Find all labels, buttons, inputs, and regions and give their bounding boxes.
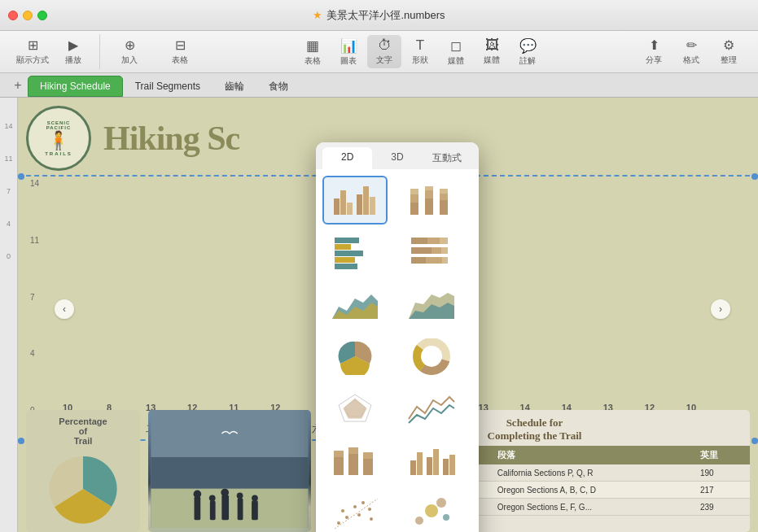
chart-next-button[interactable]: › xyxy=(711,299,730,319)
titlebar: ★ 美景太平洋小徑.numbers xyxy=(0,0,758,31)
picker-item-pie[interactable] xyxy=(322,332,388,381)
svg-rect-6 xyxy=(210,500,216,520)
svg-point-62 xyxy=(337,521,340,525)
minimize-button[interactable] xyxy=(23,11,33,20)
svg-rect-4 xyxy=(195,496,201,520)
hiking-title: Hiking Sc xyxy=(103,119,239,158)
pie-section: Percentage of Trail xyxy=(26,410,140,532)
y-label-7: 7 xyxy=(30,293,39,302)
add-tab-button[interactable]: + xyxy=(8,73,28,97)
selection-dot-right-top xyxy=(751,173,758,180)
svg-rect-36 xyxy=(440,238,448,244)
ruler-7: 7 xyxy=(0,187,17,220)
svg-point-5 xyxy=(194,491,202,499)
pie-icon xyxy=(331,338,379,375)
svg-rect-25 xyxy=(425,186,433,190)
picker-item-donut[interactable] xyxy=(399,332,464,381)
svg-point-7 xyxy=(209,495,216,501)
picker-item-hbar-grouped[interactable] xyxy=(322,228,388,277)
picker-tab-2d[interactable]: 2D xyxy=(322,147,372,169)
svg-point-73 xyxy=(443,514,449,521)
toolbar-right-group: ⬆ 分享 ✏ 格式 ⚙ 整理 xyxy=(631,34,751,69)
bubble-icon xyxy=(407,495,456,531)
svg-rect-42 xyxy=(442,257,448,264)
svg-rect-57 xyxy=(417,452,423,475)
toolbar: ⊞ 顯示方式 ▶ 播放 ⊕ 加入 ⊟ 表格 ▦ 表格 📊 圖表 ⏱ 文字 xyxy=(0,31,758,73)
svg-point-66 xyxy=(361,501,365,504)
bar-grouped2-icon xyxy=(407,443,456,479)
svg-rect-33 xyxy=(335,264,357,269)
ruler-14: 14 xyxy=(0,122,17,155)
add-table-button[interactable]: ⊟ 表格 xyxy=(156,34,204,69)
picker-item-grouped-bar[interactable] xyxy=(322,176,388,225)
pie-chart xyxy=(46,452,120,525)
tab-gear[interactable]: 齒輪 xyxy=(213,76,256,97)
svg-rect-27 xyxy=(440,194,448,200)
svg-point-13 xyxy=(252,495,258,501)
cell-segment-1: Oregon Sections A, B, C, D xyxy=(491,482,694,499)
y-label-14: 14 xyxy=(30,179,39,188)
share-button[interactable]: ⬆ 分享 xyxy=(636,34,672,69)
picker-item-area-stacked[interactable] xyxy=(399,280,464,329)
close-button[interactable] xyxy=(8,11,18,20)
svg-line-70 xyxy=(335,499,378,529)
picker-tab-3d[interactable]: 3D xyxy=(372,147,422,169)
svg-point-69 xyxy=(370,517,373,521)
svg-rect-38 xyxy=(432,247,441,254)
svg-point-68 xyxy=(368,508,371,511)
tab-trail-segments[interactable]: Trail Segments xyxy=(123,76,213,97)
picker-tab-interactive[interactable]: 互動式 xyxy=(423,147,472,169)
format-icon: ✏ xyxy=(686,37,697,53)
y-label-4: 4 xyxy=(30,349,39,358)
picker-item-area[interactable] xyxy=(322,280,388,329)
svg-rect-30 xyxy=(335,244,351,250)
playback-button[interactable]: ▶ 播放 xyxy=(55,34,91,69)
svg-rect-54 xyxy=(363,459,373,475)
organize-button[interactable]: ⚙ 整理 xyxy=(711,34,747,69)
tab-food[interactable]: 食物 xyxy=(256,76,300,97)
picker-item-hbar-stacked[interactable] xyxy=(399,228,464,277)
svg-rect-34 xyxy=(411,238,427,244)
picker-item-bar-s2[interactable] xyxy=(322,436,388,485)
picker-item-radar[interactable] xyxy=(322,384,388,433)
picker-item-bubble[interactable] xyxy=(399,488,464,532)
picker-item-line[interactable] xyxy=(399,384,464,433)
main-content: 14 11 7 4 0 SCENICPACIFIC 🧍 TRAILS Hikin… xyxy=(0,98,758,532)
chart-prev-button[interactable]: ‹ xyxy=(55,299,74,319)
insert-shape-btn[interactable]: T 形狀 xyxy=(403,35,437,68)
donut-icon xyxy=(407,338,456,375)
svg-rect-56 xyxy=(410,460,416,475)
svg-point-11 xyxy=(237,493,243,499)
insert-chart-btn[interactable]: 📊 圖表 xyxy=(331,35,366,69)
picker-item-stacked-bar[interactable] xyxy=(399,176,464,225)
selection-dot-right-bottom xyxy=(751,438,758,444)
insert-button[interactable]: ⊕ 加入 xyxy=(105,34,154,69)
insert-text-btn[interactable]: ⏱ 文字 xyxy=(367,35,401,68)
picker-item-bar-g2[interactable] xyxy=(399,436,464,485)
chart-picker-popup: 2D 3D 互動式 xyxy=(316,142,479,532)
picker-item-scatter[interactable] xyxy=(322,488,388,532)
insert-media-btn[interactable]: ◻ 媒體 xyxy=(439,35,473,69)
svg-rect-53 xyxy=(348,447,358,454)
svg-rect-8 xyxy=(221,495,229,520)
organize-icon: ⚙ xyxy=(723,37,734,53)
view-icon: ⊞ xyxy=(28,37,38,53)
svg-rect-20 xyxy=(410,203,418,215)
tab-hiking-schedule[interactable]: Hiking Schedule xyxy=(28,76,123,97)
svg-point-64 xyxy=(341,509,344,512)
line-icon xyxy=(407,390,456,427)
comment-btn[interactable]: 💬 註解 xyxy=(510,35,545,69)
svg-rect-59 xyxy=(433,449,439,475)
svg-rect-52 xyxy=(348,454,358,475)
format-button[interactable]: ✏ 格式 xyxy=(673,34,709,69)
svg-rect-51 xyxy=(334,451,344,457)
view-button[interactable]: ⊞ 顯示方式 xyxy=(11,34,54,69)
ruler-11: 11 xyxy=(0,155,17,187)
y-label-11: 11 xyxy=(30,236,39,245)
maximize-button[interactable] xyxy=(37,11,47,20)
bar-stacked2-icon xyxy=(331,443,379,479)
insert-table-btn[interactable]: ▦ 表格 xyxy=(296,35,330,69)
insert-media-img-btn[interactable]: 🖼 媒體 xyxy=(475,35,509,68)
cell-miles-1: 217 xyxy=(694,482,750,499)
col-header-miles: 英里 xyxy=(694,446,750,464)
